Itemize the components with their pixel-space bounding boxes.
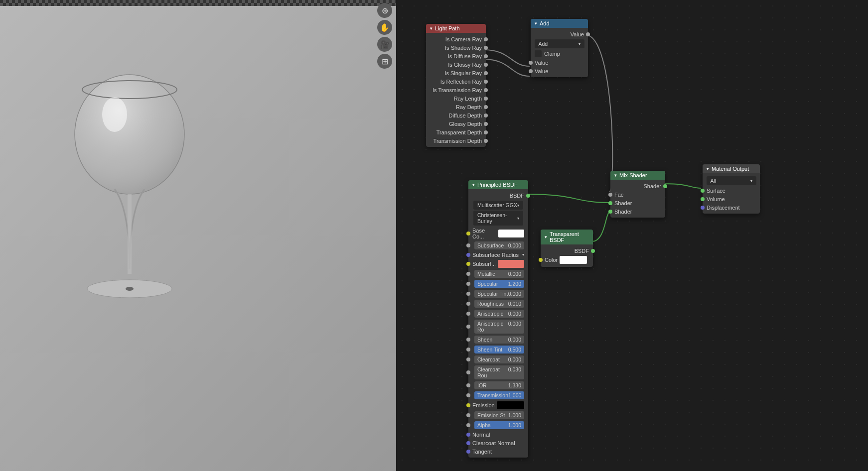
socket-out[interactable] <box>484 122 488 126</box>
socket-in[interactable] <box>701 206 705 210</box>
socket-out[interactable] <box>484 114 488 118</box>
socket-out[interactable] <box>591 249 595 253</box>
socket-out[interactable] <box>484 130 488 134</box>
slider[interactable]: Sheen Tint0.500 <box>474 346 524 353</box>
socket-in[interactable] <box>466 383 470 387</box>
target-dropdown[interactable]: All▾ <box>707 176 756 185</box>
socket-out[interactable] <box>484 54 488 58</box>
color-swatch[interactable] <box>498 260 524 268</box>
socket-in[interactable] <box>539 258 543 262</box>
socket-out[interactable] <box>484 46 488 50</box>
slider[interactable]: Metallic0.000 <box>474 270 524 278</box>
node-header[interactable]: ▾ Transparent BSDF <box>541 230 593 244</box>
socket-out[interactable] <box>526 194 530 198</box>
socket-out[interactable] <box>484 71 488 75</box>
node-header[interactable]: ▾ Principled BSDF <box>468 180 528 189</box>
socket-in[interactable] <box>466 450 470 454</box>
socket-in[interactable] <box>466 403 470 407</box>
transparent-bsdf-node[interactable]: ▾ Transparent BSDF BSDF Color <box>541 230 593 267</box>
slider[interactable]: Emission St1.000 <box>474 411 524 419</box>
output-is-glossy-ray: Is Glossy Ray <box>426 60 486 69</box>
socket-in[interactable] <box>529 69 533 73</box>
slider[interactable]: Roughness0.010 <box>474 300 524 308</box>
socket-in[interactable] <box>466 282 470 286</box>
slider[interactable]: Subsurface0.000 <box>474 241 524 249</box>
socket-out[interactable] <box>484 80 488 84</box>
socket-in[interactable] <box>466 413 470 417</box>
pan-icon[interactable]: ✋ <box>377 20 392 35</box>
node-header[interactable]: ▾ Add <box>531 19 588 28</box>
color-input: Color <box>541 255 593 265</box>
slider[interactable]: Clearcoat0.000 <box>474 355 524 363</box>
node-header[interactable]: ▾ Light Path <box>426 24 486 33</box>
socket-in[interactable] <box>466 348 470 352</box>
socket-in[interactable] <box>466 243 470 247</box>
socket-out[interactable] <box>663 184 667 188</box>
node-header[interactable]: ▾ Material Output <box>703 164 760 173</box>
socket-in[interactable] <box>466 312 470 316</box>
slider[interactable]: Transmission1.000 <box>474 391 524 399</box>
socket-in[interactable] <box>466 441 470 445</box>
color-swatch[interactable] <box>498 230 524 237</box>
slider[interactable]: Sheen0.000 <box>474 336 524 344</box>
socket-in[interactable] <box>466 292 470 296</box>
socket-in[interactable] <box>466 338 470 342</box>
zoom-icon[interactable]: ⊕ <box>377 3 392 18</box>
clamp-checkbox[interactable]: Clamp <box>531 49 588 58</box>
node-header[interactable]: ▾ Mix Shader <box>610 171 665 180</box>
slider[interactable]: Clearcoat Rou0.030 <box>474 365 524 379</box>
socket-in[interactable] <box>608 193 612 197</box>
socket-in[interactable] <box>466 357 470 361</box>
socket-in[interactable] <box>466 232 470 236</box>
socket-out[interactable] <box>484 139 488 143</box>
color-swatch[interactable] <box>560 256 587 264</box>
socket-in[interactable] <box>466 262 470 266</box>
socket-in[interactable] <box>466 253 470 257</box>
socket-out[interactable] <box>484 37 488 41</box>
node-title: Light Path <box>435 25 460 31</box>
slider[interactable]: Specular1.200 <box>474 280 524 288</box>
node-title: Transparent BSDF <box>550 231 589 243</box>
socket-in[interactable] <box>466 325 470 329</box>
socket-in[interactable] <box>608 201 612 205</box>
socket-in[interactable] <box>608 210 612 214</box>
camera-icon[interactable]: 🎥 <box>377 37 392 52</box>
chevron-down-icon: ▾ <box>750 179 752 183</box>
socket-out[interactable] <box>484 63 488 67</box>
light-path-node[interactable]: ▾ Light Path Is Camera RayIs Shadow RayI… <box>426 24 486 147</box>
socket-out[interactable] <box>484 88 488 92</box>
slider[interactable]: IOR1.330 <box>474 381 524 389</box>
distribution-dropdown[interactable]: Multiscatter GGX▾ <box>473 201 523 210</box>
socket-in[interactable] <box>466 302 470 306</box>
output-ray-depth: Ray Depth <box>426 103 486 111</box>
principled-bsdf-node[interactable]: ▾ Principled BSDF BSDF Multiscatter GGX▾… <box>468 180 528 458</box>
slider[interactable]: Specular Tint0.000 <box>474 290 524 298</box>
socket-in[interactable] <box>466 272 470 276</box>
slider[interactable]: Anisotropic0.000 <box>474 310 524 318</box>
material-output-node[interactable]: ▾ Material Output All▾ Surface Volume Di… <box>703 164 760 214</box>
grid-icon[interactable]: ⊞ <box>377 54 392 69</box>
subsurf-method-dropdown[interactable]: Christensen-Burley▾ <box>473 211 523 226</box>
shader-node-editor[interactable]: ▾ Light Path Is Camera RayIs Shadow RayI… <box>396 0 868 471</box>
input-fac: Fac <box>610 190 665 199</box>
socket-out[interactable] <box>484 97 488 101</box>
color-swatch[interactable] <box>497 401 524 409</box>
mix-shader-node[interactable]: ▾ Mix Shader Shader Fac Shader Shader <box>610 171 665 218</box>
input-anisotropic: Anisotropic0.000 <box>468 309 528 319</box>
socket-in[interactable] <box>466 423 470 427</box>
render-viewport[interactable]: ⊕ ✋ 🎥 ⊞ <box>0 0 396 471</box>
socket-in[interactable] <box>529 61 533 65</box>
slider[interactable]: Anisotropic Ro0.000 <box>474 320 524 334</box>
math-add-node[interactable]: ▾ Add Value Add▾ Clamp Value Value <box>531 19 588 77</box>
socket-in[interactable] <box>466 433 470 437</box>
output-ray-length: Ray Length <box>426 94 486 103</box>
socket-in[interactable] <box>701 197 705 201</box>
socket-out[interactable] <box>484 105 488 109</box>
slider[interactable]: Alpha1.000 <box>474 421 524 429</box>
socket-in[interactable] <box>466 393 470 397</box>
socket-in[interactable] <box>466 370 470 374</box>
socket-out[interactable] <box>586 32 590 36</box>
socket-in[interactable] <box>701 189 705 193</box>
operation-dropdown[interactable]: Add▾ <box>535 39 584 48</box>
chevron-down-icon: ▾ <box>517 203 519 208</box>
